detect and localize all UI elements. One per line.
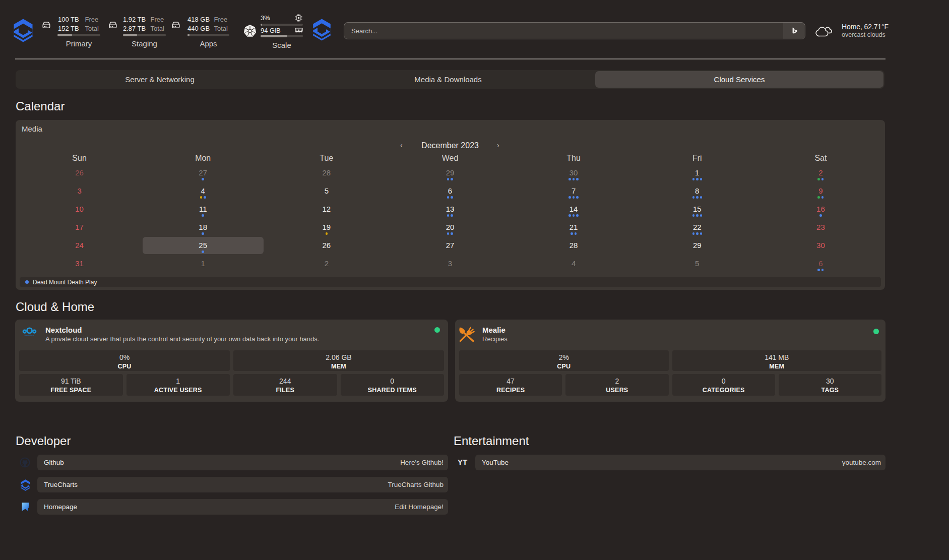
- svg-text:Nextcloud: Nextcloud: [25, 334, 35, 337]
